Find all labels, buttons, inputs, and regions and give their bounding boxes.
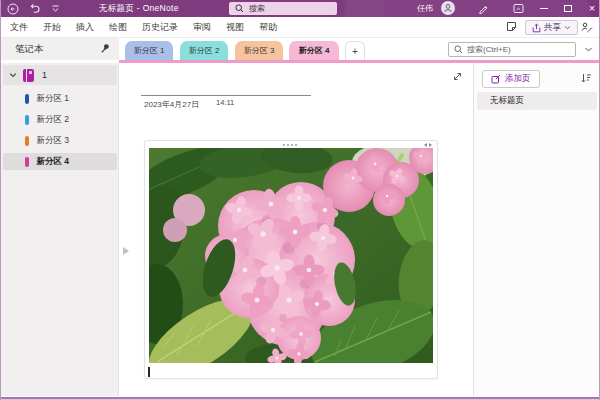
menu-draw[interactable]: 绘图 <box>109 21 127 34</box>
section-tab-3[interactable]: 新分区 3 <box>235 41 283 60</box>
search-icon <box>235 4 244 13</box>
notebook-label: 1 <box>42 70 47 80</box>
hydrangea-photo[interactable] <box>149 148 433 363</box>
container-drag-handle[interactable] <box>283 144 285 146</box>
page-list-item-selected[interactable]: 无标题页 <box>477 92 597 110</box>
person-icon <box>443 3 453 13</box>
avatar[interactable] <box>441 1 455 15</box>
add-section-label: + <box>352 46 358 57</box>
section-tab-1[interactable]: 新分区 1 <box>125 41 173 60</box>
sort-pages-icon[interactable] <box>580 72 592 86</box>
menu-home[interactable]: 开始 <box>43 21 61 34</box>
user-pen-icon[interactable] <box>581 21 593 35</box>
section-color-bar <box>25 115 29 125</box>
search-placeholder: 搜索(Ctrl+E) <box>467 44 511 55</box>
page-item-title: 无标题页 <box>490 95 524 107</box>
sidebar-section-4-selected[interactable]: 新分区 4 <box>3 153 117 170</box>
title-bar: 无标题页 - OneNote 搜索 任伟 × <box>1 0 599 17</box>
menu-review[interactable]: 审阅 <box>193 21 211 34</box>
page-gutter <box>120 63 134 396</box>
chevron-down-icon <box>564 24 571 31</box>
menu-help[interactable]: 帮助 <box>259 21 277 34</box>
ribbon-display-options-icon[interactable] <box>512 2 525 15</box>
section-color-bar <box>25 94 29 104</box>
add-page-label: 添加页 <box>505 73 531 85</box>
section-tab-4-label: 新分区 4 <box>299 45 330 56</box>
pages-panel: 添加页 无标题页 <box>474 63 600 396</box>
page-time: 14:11 <box>216 98 234 107</box>
titlebar-search-placeholder: 搜索 <box>249 3 265 14</box>
paragraph-handle-icon[interactable] <box>123 247 129 255</box>
sidebar-section-3-label: 新分区 3 <box>37 135 70 147</box>
chevron-down-icon[interactable] <box>9 71 17 79</box>
body: 1 新分区 1 新分区 2 新分区 3 新分区 4 <box>1 63 599 396</box>
user-name[interactable]: 任伟 <box>417 0 433 17</box>
section-tab-2-label: 新分区 2 <box>189 45 220 56</box>
page-canvas[interactable]: 2023年4月27日 14:11 <box>134 63 473 396</box>
quick-access-dropdown-icon[interactable] <box>49 2 62 15</box>
section-color-bar <box>25 136 29 146</box>
maximize-button[interactable] <box>557 0 579 17</box>
search-input[interactable]: 搜索(Ctrl+E) <box>448 42 576 57</box>
sidebar-section-2[interactable]: 新分区 2 <box>3 111 117 128</box>
share-icon <box>532 23 541 33</box>
page-list-chevron-icon[interactable] <box>584 45 593 56</box>
section-tab-strip: 笔记本 新分区 1 新分区 2 新分区 3 新分区 4 + 搜索(Ctrl+E) <box>1 38 599 60</box>
titlebar-search-box[interactable]: 搜索 <box>229 2 337 15</box>
section-color-bar <box>25 157 29 167</box>
sidebar-section-1-label: 新分区 1 <box>37 93 70 105</box>
menu-view[interactable]: 视图 <box>226 21 244 34</box>
fullscreen-expand-icon[interactable] <box>452 71 463 84</box>
minimize-button[interactable] <box>533 0 555 17</box>
note-container[interactable] <box>144 140 438 379</box>
menu-insert[interactable]: 插入 <box>76 21 94 34</box>
page-date: 2023年4月27日 <box>144 99 199 110</box>
section-tab-1-label: 新分区 1 <box>134 45 165 56</box>
sticky-notes-icon[interactable] <box>506 21 517 34</box>
search-icon <box>454 45 463 54</box>
window-title: 无标题页 - OneNote <box>99 0 179 17</box>
sidebar-section-4-label: 新分区 4 <box>37 156 70 168</box>
notebook-sidebar: 1 新分区 1 新分区 2 新分区 3 新分区 4 <box>1 63 119 396</box>
ink-pencil-icon[interactable] <box>477 2 490 15</box>
onenote-window: 无标题页 - OneNote 搜索 任伟 × 文件 开始 插入 绘 <box>0 0 600 400</box>
notebook-icon <box>23 69 34 82</box>
sidebar-section-1[interactable]: 新分区 1 <box>3 90 117 107</box>
text-cursor <box>148 367 150 377</box>
notebooks-header: 笔记本 <box>1 38 119 60</box>
notebooks-header-label: 笔记本 <box>15 38 44 60</box>
menu-bar: 文件 开始 插入 绘图 历史记录 审阅 视图 帮助 共享 <box>1 17 599 38</box>
share-button[interactable]: 共享 <box>525 20 578 35</box>
back-icon[interactable] <box>6 2 19 15</box>
add-page-button[interactable]: 添加页 <box>482 70 540 88</box>
section-tab-2[interactable]: 新分区 2 <box>180 41 228 60</box>
page-title-underline <box>141 95 311 96</box>
notebook-row[interactable]: 1 <box>3 65 117 85</box>
menu-history[interactable]: 历史记录 <box>142 21 178 34</box>
close-button[interactable]: × <box>581 0 600 17</box>
pin-icon[interactable] <box>100 43 110 56</box>
section-tab-4-selected[interactable]: 新分区 4 <box>289 41 339 60</box>
sidebar-section-3[interactable]: 新分区 3 <box>3 132 117 149</box>
add-section-tab[interactable]: + <box>345 41 365 60</box>
section-tab-3-label: 新分区 3 <box>244 45 275 56</box>
sidebar-section-2-label: 新分区 2 <box>37 114 70 126</box>
compose-icon <box>491 74 501 84</box>
menu-file[interactable]: 文件 <box>10 21 28 34</box>
share-label: 共享 <box>544 22 561 34</box>
undo-icon[interactable] <box>28 2 41 15</box>
